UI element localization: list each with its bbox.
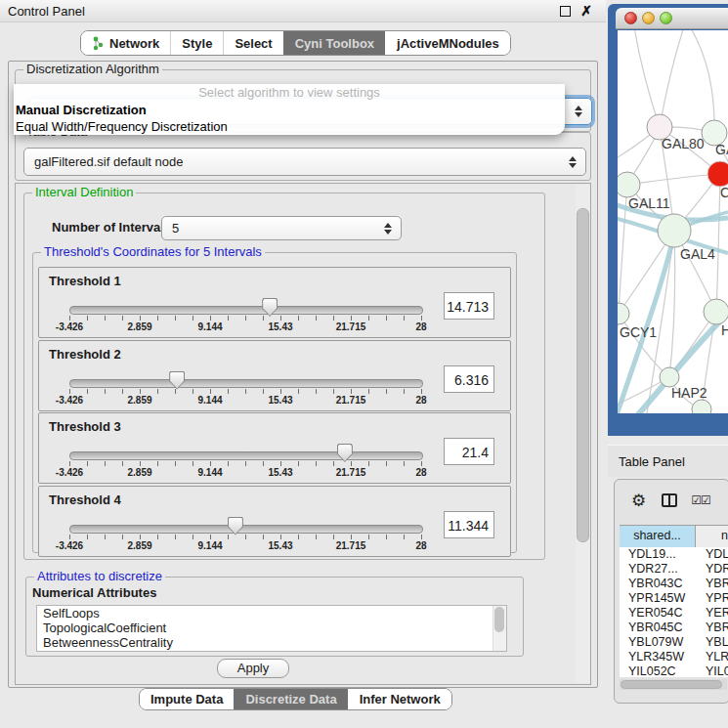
threshold-label: Threshold 4 xyxy=(49,492,121,507)
tab-style[interactable]: Style xyxy=(170,31,223,55)
network-node-hap2[interactable] xyxy=(660,367,679,387)
cell-shared-name: YLR345W xyxy=(620,650,695,664)
table-row[interactable]: YBL079WYBL0... xyxy=(620,635,728,650)
axis-tick-label: 2.859 xyxy=(127,321,151,332)
interval-definition-label: Interval Definition xyxy=(32,186,136,199)
axis-tick-label: 28 xyxy=(415,467,426,478)
close-icon[interactable]: ✗ xyxy=(580,4,592,18)
mac-close-icon[interactable] xyxy=(624,12,637,24)
axis-tick-label: 9.144 xyxy=(197,395,222,406)
tab-network[interactable]: Network xyxy=(81,31,170,55)
table-row[interactable]: YLR345WYLR3... xyxy=(620,650,728,664)
threshold-panel-3: Threshold 3-3.4262.8599.14415.4321.71528… xyxy=(38,412,511,484)
table-horizontal-scrollbar[interactable] xyxy=(620,679,727,690)
number-of-intervals-value: 5 xyxy=(162,221,384,236)
table-panel-titlebar: Table Panel xyxy=(608,445,728,477)
tab-label: Network xyxy=(109,36,159,51)
table-row[interactable]: YIL052CYIL0... xyxy=(620,664,728,677)
network-node-gcy1[interactable] xyxy=(618,303,629,324)
settings-vertical-scrollbar[interactable] xyxy=(576,185,589,683)
threshold-slider-track[interactable] xyxy=(69,525,423,534)
network-node-label: GCY1 xyxy=(620,324,657,340)
number-of-intervals-combobox[interactable]: 5 xyxy=(161,216,402,240)
threshold-value-field[interactable]: 6.316 xyxy=(444,365,494,393)
network-window-titlebar[interactable] xyxy=(616,8,728,29)
network-node-gal4[interactable] xyxy=(658,214,691,247)
discretization-algorithm-label: Discretization Algorithm xyxy=(23,63,162,76)
tab-impute-data[interactable]: Impute Data xyxy=(140,689,234,709)
gear-icon[interactable]: ⚙ xyxy=(631,491,646,511)
attributes-list-scrollbar[interactable] xyxy=(492,606,506,651)
axis-tick-label: 9.144 xyxy=(197,321,222,332)
axis-tick-label: 28 xyxy=(415,321,426,332)
mac-minimize-icon[interactable] xyxy=(642,12,655,24)
table-row[interactable]: YER054CYER0... xyxy=(620,606,728,621)
axis-tick-label: 28 xyxy=(415,395,426,406)
axis-tick-label: 15.43 xyxy=(268,321,292,332)
cell-name: YLR3... xyxy=(695,650,728,664)
table-row[interactable]: YPR145WYPR1... xyxy=(620,591,728,606)
table-header-row: shared... n... xyxy=(620,525,728,548)
combo-stepper-icon xyxy=(575,106,582,117)
select-columns-icon[interactable]: ☑☑ xyxy=(691,493,710,507)
slider-tick-marks xyxy=(69,316,422,321)
network-node-h[interactable] xyxy=(704,299,728,324)
network-node-c[interactable] xyxy=(707,161,728,187)
float-window-icon[interactable] xyxy=(560,6,571,17)
column-header-shared-name[interactable]: shared... xyxy=(620,526,696,547)
slider-tick-marks xyxy=(69,461,422,466)
threshold-slider-track[interactable] xyxy=(69,379,423,388)
table-data-combobox[interactable]: galFiltered.sif default node xyxy=(23,148,586,176)
table-row[interactable]: YDL19...YDL1... xyxy=(620,547,728,562)
table-row[interactable]: YBR043CYBR0... xyxy=(620,577,728,591)
tab-label: Impute Data xyxy=(150,692,223,707)
network-graph: GAL80GACGAL11GAL4GCY1HHAP2 xyxy=(618,30,728,413)
combo-stepper-icon xyxy=(569,156,577,168)
threshold-value-field[interactable]: 11.344 xyxy=(444,511,494,538)
tab-label: Cyni Toolbox xyxy=(295,36,374,51)
attribute-item-betweennesscentrality[interactable]: BetweennessCentrality xyxy=(37,635,506,650)
mac-zoom-icon[interactable] xyxy=(660,12,672,24)
threshold-panel-4: Threshold 4-3.4262.8599.14415.4321.71528… xyxy=(38,486,511,557)
numerical-attributes-list[interactable]: SelfLoopsTopologicalCoefficientBetweenne… xyxy=(36,605,507,652)
attribute-item-selfloops[interactable]: SelfLoops xyxy=(37,606,506,621)
network-node[interactable] xyxy=(692,400,711,413)
bottom-tab-bar: Impute DataDiscretize DataInfer Network xyxy=(139,688,452,710)
cell-name: YBR0... xyxy=(695,621,728,635)
dropdown-option-equal-width-frequency-discretization[interactable]: Equal Width/Frequency Discretization xyxy=(14,118,565,135)
apply-button[interactable]: Apply xyxy=(217,659,289,678)
panel-title: Control Panel xyxy=(0,4,85,19)
slider-tick-marks xyxy=(69,535,422,539)
table-row[interactable]: YDR27...YDR2... xyxy=(620,562,728,577)
cell-shared-name: YBL079W xyxy=(620,635,695,650)
tab-jactivemnodules[interactable]: jActiveMNodules xyxy=(385,31,510,55)
cell-name: YDR2... xyxy=(695,562,728,577)
tab-cyni-toolbox[interactable]: Cyni Toolbox xyxy=(283,31,385,55)
threshold-slider-track[interactable] xyxy=(69,451,423,460)
network-canvas[interactable]: GAL80GACGAL11GAL4GCY1HHAP2 xyxy=(618,30,728,413)
dropdown-placeholder-option[interactable]: Select algorithm to view settings xyxy=(14,84,565,102)
network-node-gal11[interactable] xyxy=(618,172,640,197)
threshold-value-field[interactable]: 21.4 xyxy=(444,438,494,465)
axis-tick-label: 2.859 xyxy=(127,467,151,478)
split-view-icon[interactable] xyxy=(662,493,677,507)
cell-shared-name: YER054C xyxy=(620,606,695,621)
table-toolbar: ⚙ ☑☑ xyxy=(615,480,728,521)
axis-tick-label: 21.715 xyxy=(336,467,366,478)
tab-discretize-data[interactable]: Discretize Data xyxy=(234,689,347,709)
threshold-value-field[interactable]: 14.713 xyxy=(444,292,494,320)
axis-tick-label: 21.715 xyxy=(336,395,366,406)
table-body[interactable]: YDL19...YDL1...YDR27...YDR2...YBR043CYBR… xyxy=(620,547,728,677)
column-header-name[interactable]: n... xyxy=(696,526,728,547)
dropdown-option-manual-discretization[interactable]: Manual Discretization xyxy=(14,102,565,118)
combo-stepper-icon xyxy=(384,223,392,235)
tab-infer-network[interactable]: Infer Network xyxy=(348,689,451,709)
threshold-slider-track[interactable] xyxy=(69,306,423,315)
axis-tick-label: 15.43 xyxy=(268,540,292,551)
attribute-item-topologicalcoefficient[interactable]: TopologicalCoefficient xyxy=(37,621,506,635)
network-edge xyxy=(627,174,720,185)
axis-tick-label: 9.144 xyxy=(197,467,222,478)
axis-tick-label: -3.426 xyxy=(56,395,83,406)
tab-select[interactable]: Select xyxy=(223,31,282,55)
table-row[interactable]: YBR045CYBR0... xyxy=(620,621,728,635)
